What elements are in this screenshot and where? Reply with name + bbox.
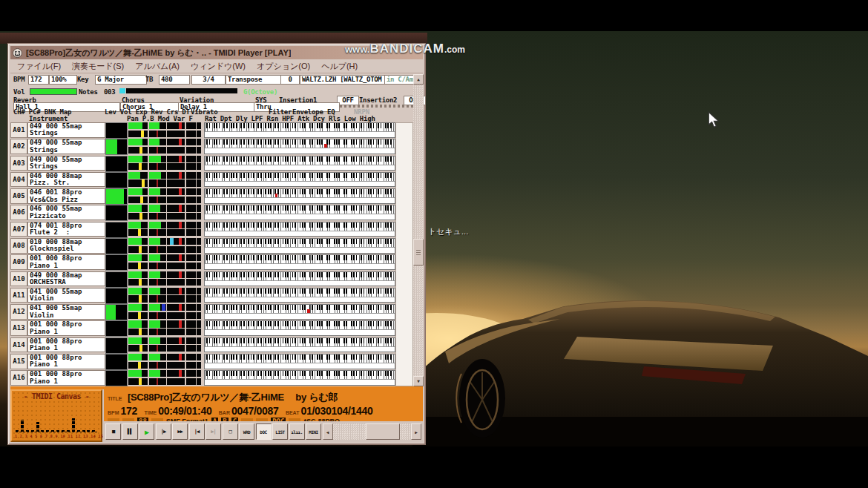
mini-keyboard[interactable] xyxy=(204,222,395,237)
channel-row[interactable]: A08 010 000 88mapGlocknspiel xyxy=(10,238,413,254)
channel-id[interactable]: A01 xyxy=(10,122,27,138)
transport-button[interactable]: WRD xyxy=(239,423,254,440)
mini-keyboard[interactable] xyxy=(204,304,395,320)
menu-item[interactable]: ファイル(F) xyxy=(17,61,61,72)
menu-item[interactable]: 演奏モード(S) xyxy=(72,61,124,72)
mini-keyboard[interactable] xyxy=(204,122,395,138)
mini-keyboard[interactable] xyxy=(204,205,395,220)
hscroll-thumb[interactable] xyxy=(366,423,400,440)
channel-id[interactable]: A08 xyxy=(10,238,27,254)
channel-id[interactable]: A15 xyxy=(10,354,27,369)
mini-keyboard[interactable] xyxy=(204,156,395,171)
mini-keyboard[interactable] xyxy=(204,288,395,303)
channel-row[interactable]: A11 041 000 55mapViolin xyxy=(10,288,413,303)
transport-button[interactable]: ▌▌ xyxy=(122,423,138,440)
instrument-box[interactable]: 046 000 88mapPizz. Str. xyxy=(27,172,105,188)
instrument-box[interactable]: 041 000 55mapViolin xyxy=(27,304,105,320)
channel-id[interactable]: A10 xyxy=(10,271,27,287)
mini-keyboard[interactable] xyxy=(204,172,395,188)
chorus-cell xyxy=(186,304,196,311)
mini-keyboard[interactable] xyxy=(204,354,395,369)
instrument-box[interactable]: 001 000 88proPiano 1 xyxy=(27,337,105,353)
transport-button[interactable]: MINI xyxy=(306,423,321,440)
transport-button[interactable]: |▶ xyxy=(156,423,171,440)
instrument-box[interactable]: 074 001 88proFlute 2 : xyxy=(27,222,105,237)
transport-button[interactable]: ▶ xyxy=(139,423,154,440)
instrument-box[interactable]: 041 000 55mapViolin xyxy=(27,288,105,303)
instrument-box[interactable]: 049 000 55mapStrings xyxy=(27,139,105,154)
channel-id[interactable]: A13 xyxy=(10,320,27,336)
channel-id[interactable]: A09 xyxy=(10,254,27,270)
channel-row[interactable]: A09 001 000 88proPiano 1 xyxy=(10,254,413,270)
mini-keyboard[interactable] xyxy=(204,320,395,336)
scroll-left-arrow[interactable]: ◀ xyxy=(323,423,333,440)
instrument-box[interactable]: 001 000 88proPiano 1 xyxy=(27,370,105,386)
expression-cell xyxy=(149,172,166,179)
channel-id[interactable]: A04 xyxy=(10,172,27,188)
channel-id[interactable]: A02 xyxy=(10,139,27,154)
instrument-box[interactable]: 046 001 88proVcs&Cbs Pizz xyxy=(27,188,105,204)
instrument-box[interactable]: 049 000 55mapStrings xyxy=(27,122,105,138)
menu-item[interactable]: アルバム(A) xyxy=(135,61,180,72)
mini-keyboard[interactable] xyxy=(204,238,395,254)
scrollbar-thumb[interactable] xyxy=(413,239,424,266)
menu-item[interactable]: ヘルプ(H) xyxy=(321,61,358,72)
scroll-up-arrow[interactable]: ▲ xyxy=(413,74,424,85)
channel-row[interactable]: A03 049 000 55mapStrings xyxy=(10,156,413,171)
instrument-box[interactable]: 046 000 55mapPizzicato xyxy=(27,205,105,220)
channel-id[interactable]: A16 xyxy=(10,370,27,386)
channel-row[interactable]: A12 041 000 55mapViolin xyxy=(10,304,413,320)
mini-keyboard[interactable] xyxy=(204,271,395,287)
channel-row[interactable]: A13 001 000 88proPiano 1 xyxy=(10,320,413,336)
instrument-box[interactable]: 010 000 88mapGlocknspiel xyxy=(27,238,105,254)
instrument-box[interactable]: 049 000 88mapORCHESTRA xyxy=(27,271,105,287)
channel-id[interactable]: A06 xyxy=(10,205,27,220)
channel-row[interactable]: A15 001 000 88proPiano 1 xyxy=(10,354,413,369)
mini-keyboard[interactable] xyxy=(204,254,395,270)
instrument-box[interactable]: 001 000 88proPiano 1 xyxy=(27,354,105,369)
black-keys-pattern xyxy=(205,338,395,343)
channel-row[interactable]: A04 046 000 88mapPizz. Str. xyxy=(10,172,413,188)
mini-keyboard[interactable] xyxy=(204,370,395,386)
keyboard-keys xyxy=(205,205,395,214)
channel-id[interactable]: A14 xyxy=(10,337,27,353)
channel-row[interactable]: A14 001 000 88proPiano 1 xyxy=(10,337,413,353)
transport-button[interactable]: ▶▶ xyxy=(172,423,188,440)
expression-cell xyxy=(149,304,166,311)
transport-button[interactable]: LIST xyxy=(272,423,288,440)
menu-item[interactable]: ウィンドウ(W) xyxy=(191,61,246,72)
scroll-right-arrow[interactable]: ▶ xyxy=(411,423,421,440)
pan-cell xyxy=(128,312,148,319)
hscroll-track[interactable] xyxy=(333,423,412,440)
mini-keyboard[interactable] xyxy=(204,337,395,353)
channel-id[interactable]: A12 xyxy=(10,304,27,320)
channel-id[interactable]: A11 xyxy=(10,288,27,303)
instrument-box[interactable]: 049 000 55mapStrings xyxy=(27,156,105,171)
transport-button[interactable]: ılıı. xyxy=(289,423,305,440)
transport-button[interactable]: ■ xyxy=(105,423,121,440)
channel-id[interactable]: A03 xyxy=(10,156,27,171)
transport-button[interactable]: □ xyxy=(223,423,238,440)
transport-button[interactable]: |◀ xyxy=(189,423,205,440)
menu-item[interactable]: オプション(O) xyxy=(257,61,310,72)
channel-row[interactable]: A06 046 000 55mapPizzicato xyxy=(10,205,413,220)
instrument-box[interactable]: 001 000 88proPiano 1 xyxy=(27,254,105,270)
scroll-down-arrow[interactable]: ▼ xyxy=(413,376,424,386)
vertical-scrollbar[interactable]: ▲ ▼ xyxy=(413,74,424,386)
instrument-box[interactable]: 001 000 88proPiano 1 xyxy=(27,320,105,336)
channel-row[interactable]: A16 001 000 88proPiano 1 xyxy=(10,370,413,386)
channel-row[interactable]: A02 049 000 55mapStrings xyxy=(10,139,413,154)
desktop-icon-label[interactable]: トセキュ... xyxy=(428,226,468,237)
mini-keyboard[interactable] xyxy=(204,188,395,204)
mod-cell xyxy=(167,263,185,269)
transport-button[interactable]: ▶| xyxy=(206,423,221,440)
channel-id[interactable]: A07 xyxy=(10,222,27,237)
channel-row[interactable]: A10 049 000 88mapORCHESTRA xyxy=(10,271,413,287)
horizontal-scrollbar[interactable]: ◀ ▶ xyxy=(323,423,422,440)
transport-button[interactable]: DOC xyxy=(256,423,272,440)
channel-id[interactable]: A05 xyxy=(10,188,27,204)
channel-row[interactable]: A07 074 001 88proFlute 2 : xyxy=(10,222,413,237)
channel-row[interactable]: A05 046 001 88proVcs&Cbs Pizz xyxy=(10,188,413,204)
mini-keyboard[interactable] xyxy=(204,139,395,154)
channel-row[interactable]: A01 049 000 55mapStrings xyxy=(10,122,413,138)
